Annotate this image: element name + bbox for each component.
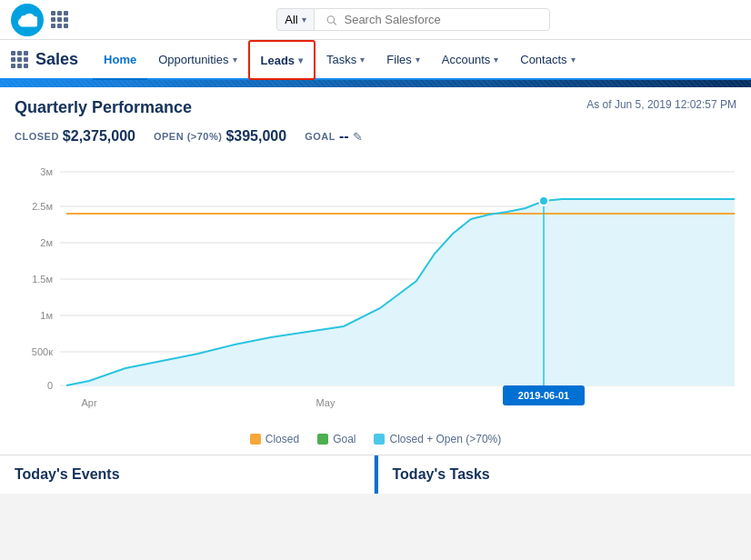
search-icon [325, 14, 337, 26]
nav-bar: Sales Home Opportunities ▾ Leads ▾ Tasks… [0, 40, 751, 80]
svg-text:2019-06-01: 2019-06-01 [518, 390, 569, 401]
all-dropdown[interactable]: All ▾ [276, 8, 313, 31]
metric-closed: CLOSED $2,375,000 [15, 128, 135, 145]
svg-text:Apr: Apr [81, 397, 96, 408]
grid-icon[interactable] [51, 11, 68, 28]
nav-item-accounts[interactable]: Accounts ▾ [431, 40, 509, 80]
closed-value: $2,375,000 [63, 128, 135, 145]
qp-header: Quarterly Performance As of Jun 5, 2019 … [0, 87, 751, 125]
nav-item-contacts[interactable]: Contacts ▾ [509, 40, 586, 80]
goal-value: -- [339, 128, 349, 145]
tasks-chevron: ▾ [360, 55, 365, 65]
legend-closed-open-dot [374, 434, 385, 445]
opportunities-chevron: ▾ [233, 55, 237, 65]
today-tasks-panel: Today's Tasks [378, 455, 752, 494]
nav-item-home[interactable]: Home [93, 40, 147, 80]
dropdown-chevron: ▾ [302, 15, 306, 25]
accounts-chevron: ▾ [494, 55, 498, 65]
svg-text:2.5м: 2.5м [32, 201, 53, 212]
legend-closed-label: Closed [265, 433, 299, 445]
search-area: All ▾ [276, 8, 549, 31]
app-name: Sales [35, 50, 78, 69]
svg-line-1 [333, 22, 335, 25]
chart-area: 3м 2.5м 2м 1.5м 1м 500к 0 Apr May 2019-0… [0, 155, 751, 427]
qp-metrics: CLOSED $2,375,000 OPEN (>70%) $395,000 G… [0, 125, 751, 155]
open-label: OPEN (>70%) [154, 131, 223, 142]
nav-label-opportunities: Opportunities [158, 53, 228, 66]
nav-label-home: Home [104, 53, 136, 66]
contacts-chevron: ▾ [571, 55, 576, 65]
nav-item-files[interactable]: Files ▾ [376, 40, 430, 80]
all-label: All [285, 13, 297, 26]
events-title: Today's Events [15, 466, 120, 482]
metric-goal: GOAL -- ✎ [305, 128, 362, 145]
files-chevron: ▾ [416, 55, 420, 65]
svg-point-20 [539, 196, 548, 205]
leads-chevron: ▾ [298, 55, 303, 65]
open-value: $395,000 [225, 128, 286, 145]
qp-date: As of Jun 5, 2019 12:02:57 PM [586, 98, 736, 111]
legend-closed-open: Closed + Open (>70%) [374, 433, 501, 445]
svg-text:3м: 3м [40, 166, 53, 177]
nav-label-tasks: Tasks [326, 53, 356, 66]
bottom-panels: Today's Events Today's Tasks [0, 455, 751, 494]
blue-decorative-bar [0, 80, 751, 87]
nav-label-contacts: Contacts [520, 53, 566, 66]
search-input[interactable] [344, 13, 537, 26]
today-events-panel: Today's Events [0, 455, 375, 494]
legend-goal-dot [317, 434, 328, 445]
salesforce-logo [11, 4, 44, 36]
nav-label-leads: Leads [261, 54, 295, 67]
legend-closed-open-label: Closed + Open (>70%) [389, 433, 501, 445]
nav-item-leads[interactable]: Leads ▾ [248, 40, 316, 80]
goal-edit-icon[interactable]: ✎ [353, 130, 363, 144]
svg-text:1.5м: 1.5м [32, 274, 53, 285]
legend-goal-label: Goal [333, 433, 355, 445]
nav-label-accounts: Accounts [442, 53, 490, 66]
nav-grid-icon[interactable] [11, 51, 28, 68]
svg-text:0: 0 [47, 380, 53, 391]
performance-chart: 3м 2.5м 2м 1.5м 1м 500к 0 Apr May 2019-0… [15, 163, 736, 417]
nav-item-tasks[interactable]: Tasks ▾ [315, 40, 376, 80]
legend-closed: Closed [250, 433, 299, 445]
legend-closed-dot [250, 434, 261, 445]
search-box [314, 8, 550, 31]
chart-legend: Closed Goal Closed + Open (>70%) [0, 427, 751, 455]
top-bar: All ▾ [0, 0, 751, 40]
svg-text:May: May [316, 397, 335, 408]
svg-text:500к: 500к [32, 346, 53, 357]
legend-goal: Goal [317, 433, 355, 445]
tasks-title: Today's Tasks [393, 466, 490, 482]
svg-point-0 [327, 15, 334, 22]
metric-open: OPEN (>70%) $395,000 [154, 128, 286, 145]
nav-label-files: Files [386, 53, 411, 66]
goal-label: GOAL [305, 131, 335, 142]
svg-text:2м: 2м [40, 237, 53, 248]
svg-text:1м: 1м [40, 310, 53, 321]
closed-label: CLOSED [15, 131, 59, 142]
qp-title: Quarterly Performance [15, 98, 192, 117]
nav-item-opportunities[interactable]: Opportunities ▾ [147, 40, 247, 80]
